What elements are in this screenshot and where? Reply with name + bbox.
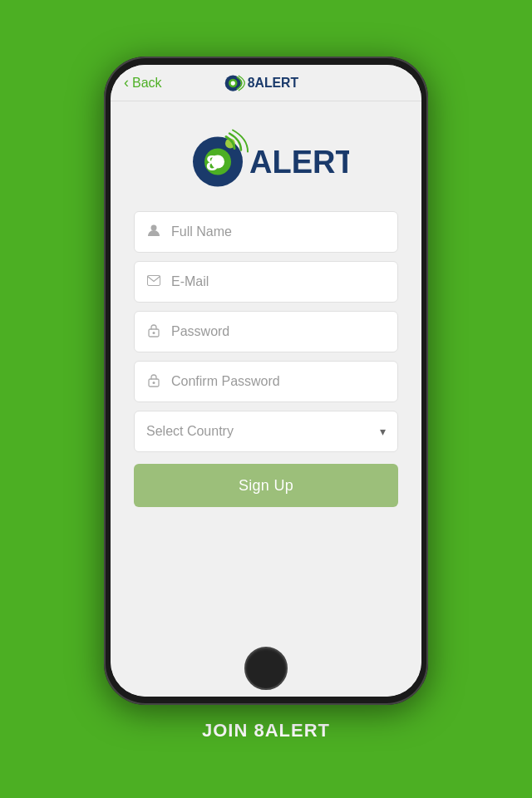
email-input[interactable] xyxy=(171,274,386,289)
confirm-password-field[interactable] xyxy=(134,361,398,402)
chevron-left-icon: ‹ xyxy=(124,74,129,91)
svg-point-15 xyxy=(153,382,155,384)
lock-confirm-icon xyxy=(146,373,161,391)
email-field[interactable] xyxy=(134,261,398,303)
main-logo-icon: ALERT 8 xyxy=(183,125,349,191)
lock-icon xyxy=(146,323,161,341)
back-button[interactable]: ‹ Back xyxy=(124,74,162,91)
bottom-label: JOIN 8ALERT xyxy=(202,720,330,741)
person-icon xyxy=(146,224,161,240)
signup-button-label: Sign Up xyxy=(239,477,293,495)
password-input[interactable] xyxy=(171,324,386,339)
signup-form: Select Country ▾ Sign Up xyxy=(111,211,421,507)
signup-button[interactable]: Sign Up xyxy=(134,464,398,507)
svg-point-10 xyxy=(151,225,157,231)
nav-bar: ‹ Back 8ALERT xyxy=(111,65,421,101)
svg-rect-11 xyxy=(148,276,160,286)
back-label: Back xyxy=(132,76,162,91)
phone-frame: ‹ Back 8ALERT xyxy=(104,57,428,705)
logo-area: ALERT 8 xyxy=(111,101,421,211)
svg-text:8ALERT: 8ALERT xyxy=(247,76,298,90)
nav-logo-icon: 8ALERT xyxy=(223,71,310,95)
country-select[interactable]: Select Country ▾ xyxy=(134,411,398,452)
svg-text:ALERT: ALERT xyxy=(249,145,349,180)
mail-icon xyxy=(146,274,161,289)
svg-text:8: 8 xyxy=(206,150,218,175)
full-name-input[interactable] xyxy=(171,224,386,239)
svg-point-13 xyxy=(153,332,155,334)
country-select-label: Select Country xyxy=(146,424,234,439)
nav-title: 8ALERT xyxy=(223,71,310,95)
chevron-down-icon: ▾ xyxy=(380,425,386,438)
home-button[interactable] xyxy=(244,647,288,690)
phone-screen: ‹ Back 8ALERT xyxy=(111,65,421,697)
full-name-field[interactable] xyxy=(134,211,398,253)
confirm-password-input[interactable] xyxy=(171,374,386,389)
svg-point-2 xyxy=(230,81,234,85)
password-field[interactable] xyxy=(134,311,398,352)
